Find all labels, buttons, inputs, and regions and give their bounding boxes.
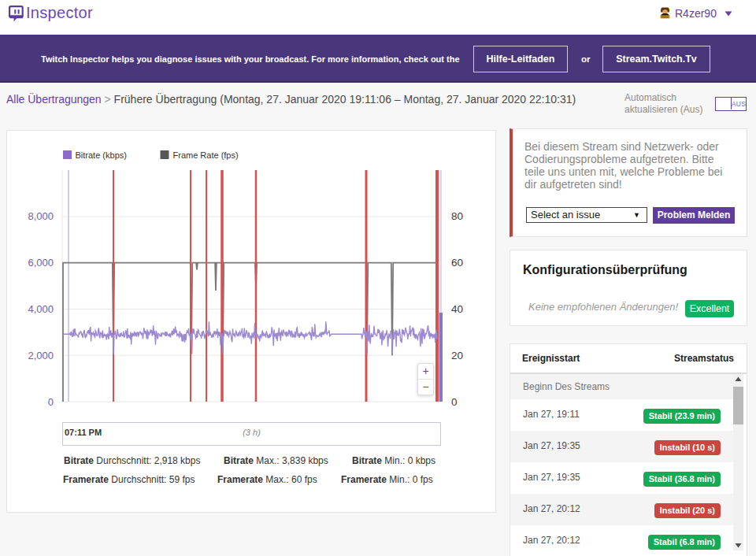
svg-text:8,000: 8,000 bbox=[28, 210, 54, 222]
svg-text:20: 20 bbox=[451, 350, 463, 361]
svg-text:6,000: 6,000 bbox=[28, 257, 54, 269]
svg-text:4,000: 4,000 bbox=[28, 303, 54, 315]
svg-text:Bitrate (kbps): Bitrate (kbps) bbox=[76, 150, 127, 160]
svg-text:0: 0 bbox=[48, 396, 54, 408]
svg-text:0: 0 bbox=[451, 396, 458, 408]
svg-text:60: 60 bbox=[451, 257, 463, 269]
svg-text:Frame Rate (fps): Frame Rate (fps) bbox=[173, 150, 239, 160]
svg-text:80: 80 bbox=[451, 210, 463, 222]
svg-text:40: 40 bbox=[451, 303, 463, 315]
svg-text:2,000: 2,000 bbox=[28, 350, 54, 361]
